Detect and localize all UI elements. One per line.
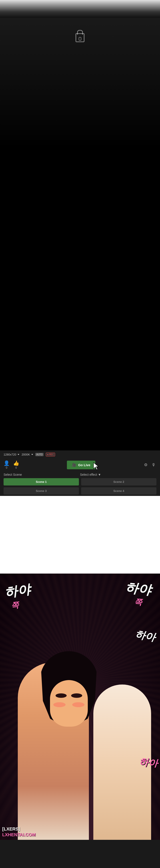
settings-area: ⚙ 🎙 [143,462,156,468]
resolution-selector[interactable]: 1280x720 [4,453,19,456]
manga-container: 하야 하야 쪽 쪽 하아 하아 [LXERS] LXHENTAI.COM [0,574,160,868]
scene-4-button[interactable]: Scene 4 [81,487,156,495]
lock-icon-area [73,31,87,44]
bitrate-selector[interactable]: 2000K [22,453,33,456]
manga-ha-bottom-right: 하아 [139,755,158,770]
viewer-icon: 👤 [4,460,9,466]
watermark-line1: [LXERS] [2,826,36,832]
scene-1-button[interactable]: Scene 1 [4,478,79,486]
select-scene-label: Select Scene [4,473,80,476]
go-live-area: 🎥 Go Live [67,461,95,469]
scene-header-row: Select Scene Select effect ▼ [0,471,160,477]
auto-badge[interactable]: AUTO [35,453,44,456]
manga-sub-left: 쪽 [11,600,19,611]
white-space-1 [0,496,160,574]
scene-buttons-row: Scene 1 Scene 3 Scene 2 Scene 4 [0,477,160,496]
controls-wrapper: 1280x720 2000K AUTO ● REC 👤 0 👍 0 � [0,18,160,496]
preview-area [0,18,160,451]
scene-col-left: Scene 1 Scene 3 [4,478,79,495]
scene-2-button[interactable]: Scene 2 [81,478,156,486]
manga-text-top-left: 하야 [3,581,31,601]
mic-button[interactable]: 🎙 [151,462,156,468]
resolution-chevron-icon [18,454,19,455]
blush-left [53,702,65,707]
rec-badge[interactable]: ● REC [46,453,55,457]
select-effect-label: Select effect ▼ [80,473,156,476]
bitrate-value: 2000K [22,453,30,456]
settings-button[interactable]: ⚙ [143,462,149,468]
go-live-label: Go Live [78,463,90,467]
manga-sub-right: 쪽 [134,597,142,608]
likes-count: 0 [15,466,17,469]
viewer-count: 0 [6,466,7,469]
go-live-button[interactable]: 🎥 Go Live [67,461,95,469]
watermark-line2: LXHENTAI.COM [2,832,36,838]
anime-scene: 하야 하야 쪽 쪽 하아 하아 [LXERS] LXHENTAI.COM [0,574,160,840]
stats-left: 👤 0 👍 0 [4,460,19,469]
preview-gradient [0,384,160,451]
camera-icon: 🎥 [72,463,76,467]
eye-right [71,693,82,698]
resolution-value: 1280x720 [4,453,16,456]
likes-stat: 👍 0 [13,460,19,469]
figures-layer [0,640,160,840]
controls-bar: 1280x720 2000K AUTO ● REC [0,451,160,459]
likes-icon: 👍 [13,460,19,466]
effect-chevron-icon: ▼ [98,473,101,476]
scene-section: Select Scene Select effect ▼ Scene 1 Sce… [0,471,160,496]
viewer-stat: 👤 0 [4,460,9,469]
top-fade [0,0,160,18]
scene-col-right: Scene 2 Scene 4 [81,478,156,495]
eye-left [56,693,67,698]
lock-icon [76,33,84,42]
bitrate-chevron-icon [31,454,33,455]
manga-text-top-right: 하야 [125,579,152,599]
watermark-box: [LXERS] LXHENTAI.COM [2,826,36,838]
scene-3-button[interactable]: Scene 3 [4,487,79,495]
blush-right [72,702,84,707]
stats-row: 👤 0 👍 0 🎥 Go Live ⚙ � [0,459,160,471]
